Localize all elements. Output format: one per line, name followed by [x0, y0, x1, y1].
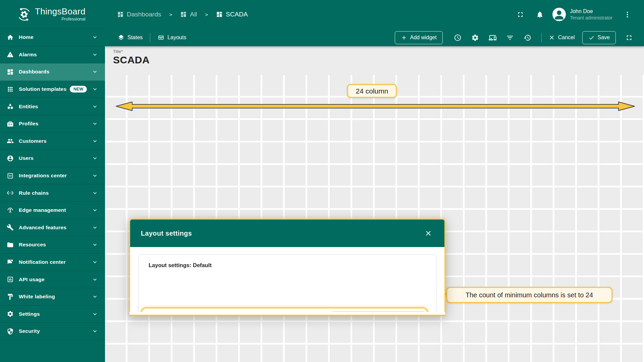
sidebar-item-users[interactable]: Users	[0, 150, 105, 167]
sidebar-item-integrations-center[interactable]: Integrations center	[0, 167, 105, 185]
sidebar-item-label: Users	[19, 155, 34, 161]
more-menu-button[interactable]	[620, 7, 635, 22]
sidebar-item-label: Customers	[19, 138, 47, 144]
user-menu[interactable]: John Doe Tenant administrator	[570, 8, 612, 21]
customers-icon	[7, 137, 14, 144]
avatar[interactable]	[552, 8, 566, 21]
fullscreen-icon	[517, 11, 524, 18]
app-logo[interactable]: ThingsBoard Professional	[0, 0, 105, 29]
rule-chains-icon	[7, 189, 14, 196]
toolbar-divider	[150, 33, 150, 42]
section-title: Layout settings: Default	[149, 262, 431, 268]
dialog-title: Layout settings	[141, 230, 192, 237]
api-usage-icon	[7, 276, 14, 283]
breadcrumb-separator: >	[205, 12, 208, 17]
breadcrumb-separator: >	[169, 12, 172, 17]
sidebar-item-solution-templates[interactable]: Solution templates NEW	[0, 81, 105, 98]
layouts-button[interactable]: Layouts	[157, 32, 187, 43]
chevron-down-icon	[92, 138, 98, 144]
dialog-window: Layout settings Layout settings: Default…	[129, 219, 445, 312]
sidebar-item-label: Security	[19, 328, 40, 334]
sidebar-item-advanced-features[interactable]: Advanced features	[0, 219, 105, 237]
add-widget-button[interactable]: Add widget	[395, 31, 443, 44]
dashboard-title-field[interactable]: SCADA	[113, 54, 150, 66]
sidebar-item-notification-center[interactable]: Notification center	[0, 254, 105, 271]
notifications-button[interactable]	[532, 7, 547, 22]
sidebar-item-white-labeling[interactable]: White labeling	[0, 288, 105, 306]
sidebar-item-label: Profiles	[19, 121, 38, 127]
home-icon	[7, 34, 14, 41]
chevron-down-icon	[92, 241, 98, 248]
entity-aliases-button[interactable]	[502, 31, 518, 44]
breadcrumb-item-all[interactable]: All	[180, 11, 197, 18]
breadcrumb-label: All	[190, 11, 197, 18]
sidebar-item-customers[interactable]: Customers	[0, 133, 105, 150]
sidebar-item-label: Rule chains	[19, 190, 49, 196]
dialog-header: Layout settings	[130, 220, 444, 247]
chevron-down-icon	[92, 328, 98, 335]
number-input-holder	[332, 312, 389, 312]
chevron-down-icon	[92, 103, 98, 110]
sidebar-item-label: Advanced features	[19, 225, 66, 231]
gear-icon	[471, 34, 479, 42]
person-icon	[552, 8, 566, 21]
sidebar-item-edge-management[interactable]: Edge management	[0, 202, 105, 219]
column-count-annotation: 24 column	[347, 84, 397, 98]
sidebar-item-label: API usage	[19, 277, 45, 283]
cancel-button[interactable]: Cancel	[548, 32, 576, 43]
sidebar-item-label: Resources	[19, 242, 46, 248]
toolbar-fullscreen-button[interactable]	[621, 31, 637, 44]
sidebar-item-resources[interactable]: Resources	[0, 236, 105, 254]
users-icon	[7, 155, 14, 162]
chevron-down-icon	[92, 120, 98, 127]
solution-templates-icon	[7, 86, 14, 93]
dashboard-settings-button[interactable]	[468, 31, 483, 44]
dashboards-icon	[180, 11, 187, 18]
resources-icon	[7, 241, 14, 248]
bell-icon	[536, 11, 544, 18]
sidebar-item-profiles[interactable]: Profiles	[0, 115, 105, 133]
breadcrumb-label: Dashboards	[127, 11, 161, 18]
dashboard-title-label: Title*	[113, 49, 123, 54]
sidebar-item-label: Edge management	[19, 207, 66, 213]
breadcrumb-item-scada[interactable]: SCADA	[216, 11, 248, 18]
dots-vertical-icon	[624, 11, 631, 18]
dashboards-icon	[216, 11, 223, 18]
chevron-down-icon	[92, 259, 98, 265]
time-window-button[interactable]	[450, 31, 466, 44]
sidebar-item-security[interactable]: Security	[0, 323, 105, 340]
dialog-cut-edge	[129, 312, 445, 315]
sidebar-item-rule-chains[interactable]: Rule chains	[0, 184, 105, 202]
app-edition: Professional	[35, 16, 86, 21]
close-icon	[424, 229, 432, 237]
breadcrumb-item-dashboards[interactable]: Dashboards	[117, 11, 161, 18]
dashboards-icon	[117, 11, 124, 18]
layouts-label: Layouts	[167, 35, 186, 41]
thingsboard-logo-icon	[17, 7, 32, 22]
dialog-close-button[interactable]	[422, 227, 435, 240]
sidebar-item-label: Home	[19, 34, 34, 40]
sidebar-item-entities[interactable]: Entities	[0, 98, 105, 115]
sidebar-item-settings[interactable]: Settings	[0, 306, 105, 323]
manage-layouts-button[interactable]	[485, 31, 500, 44]
sidebar-item-label: Alarms	[19, 52, 37, 58]
save-button[interactable]: Save	[582, 31, 616, 44]
sidebar-item-home[interactable]: Home	[0, 29, 105, 46]
chevron-down-icon	[92, 293, 98, 300]
version-history-button[interactable]	[520, 31, 535, 44]
fullscreen-button[interactable]	[513, 7, 528, 22]
notification-icon	[7, 259, 14, 266]
sidebar: ThingsBoard Professional Home Alarms Das…	[0, 0, 105, 362]
sidebar-item-alarms[interactable]: Alarms	[0, 46, 105, 64]
sidebar-item-label: Dashboards	[19, 69, 50, 75]
dashboard-grid	[105, 75, 644, 362]
chevron-down-icon	[92, 86, 98, 93]
sidebar-item-api-usage[interactable]: API usage	[0, 271, 105, 288]
header-actions: John Doe Tenant administrator	[513, 7, 635, 22]
min-layout-width-input-wrap: ▲▼ columns	[331, 311, 425, 312]
profiles-icon	[7, 120, 14, 127]
states-button[interactable]: States	[117, 32, 143, 43]
sidebar-item-dashboards[interactable]: Dashboards	[0, 63, 105, 81]
chevron-down-icon	[92, 311, 98, 317]
add-widget-label: Add widget	[410, 35, 437, 41]
